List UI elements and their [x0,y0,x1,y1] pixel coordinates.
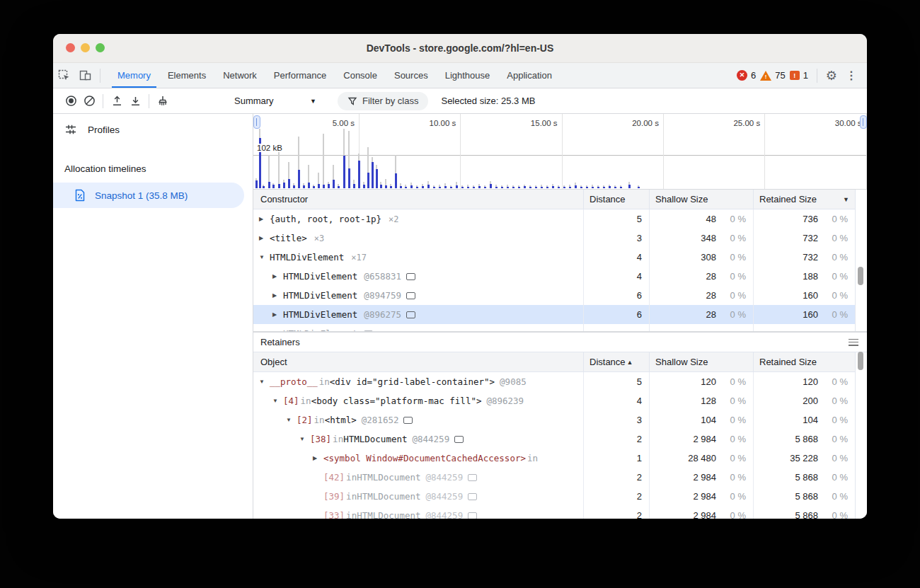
disclosure-expanded-icon[interactable]: ▼ [286,417,297,423]
reveal-in-elements-icon[interactable] [406,273,415,280]
cell-retained-size: 7320 % [753,248,855,267]
column-header-distance[interactable]: Distance [583,190,649,209]
disclosure-collapsed-icon[interactable]: ▶ [313,455,323,461]
warning-badge[interactable]: ! 75 [760,70,785,81]
disclosure-collapsed-icon[interactable]: ▶ [272,292,283,299]
reveal-in-elements-icon[interactable] [468,474,477,481]
reveal-in-elements-icon[interactable] [468,493,477,500]
table-row[interactable]: ▶HTMLDivElement [253,324,856,332]
timeline-bar-live [603,187,605,188]
reveal-in-elements-icon[interactable] [403,417,413,424]
cell-shallow-size: 1280 % [649,391,753,410]
tab-memory[interactable]: Memory [109,63,159,88]
disclosure-expanded-icon[interactable]: ▼ [299,436,310,442]
timeline-bar-live [524,186,526,188]
timeline-bar-live [323,185,325,188]
table-row[interactable]: [33] in HTMLDocument@84425922 9840 %5 86… [253,506,856,519]
table-row[interactable]: ▶{auth, root, root-1p}×25480 %7360 % [253,209,856,229]
tab-network[interactable]: Network [214,63,265,88]
tab-performance[interactable]: Performance [265,63,335,88]
timeline-bar-live [405,187,407,188]
cell-distance: 3 [583,229,649,248]
cell-shallow-size: 280 % [649,305,753,324]
table-row[interactable]: ▼[38] in HTMLDocument@84425922 9840 %5 8… [253,430,856,449]
disclosure-collapsed-icon[interactable]: ▶ [272,311,283,318]
table-row[interactable]: ▶HTMLDivElement@8947596280 %1600 % [253,286,856,305]
column-header-shallow-size[interactable]: Shallow Size [649,190,753,209]
timeline-bar-live [328,184,330,188]
sidebar-item-snapshot[interactable]: Snapshot 1 (35.8 MB) [53,183,244,208]
column-header-retained-size[interactable]: Retained Size▼ [753,190,855,209]
timeline-bar-live [580,187,582,188]
retainers-scrollbar-thumb[interactable] [858,352,863,370]
retainers-title: Retainers [260,337,300,347]
table-row[interactable]: ▶HTMLDivElement@8962756280 %1600 % [253,305,856,324]
column-header-distance[interactable]: Distance▲ [583,352,649,371]
close-button[interactable] [66,43,75,52]
reveal-in-elements-icon[interactable] [454,436,464,443]
reveal-in-elements-icon[interactable] [406,311,415,318]
disclosure-expanded-icon[interactable]: ▼ [259,379,270,385]
timeline-bar-live [620,187,622,188]
column-header-retained-size[interactable]: Retained Size [753,352,855,371]
cell-shallow-size: 2 9840 % [649,487,753,506]
timeline-bar-live [395,173,397,188]
disclosure-collapsed-icon[interactable]: ▶ [259,216,270,222]
tab-console[interactable]: Console [335,63,386,88]
table-row[interactable]: ▼[4] in <body class="platform-mac fill">… [253,391,856,410]
timeline-bar-live [546,187,548,188]
cell-distance: 5 [583,372,649,391]
device-toolbar-icon[interactable] [74,67,96,85]
tab-sources[interactable]: Sources [386,63,437,88]
perspective-select[interactable]: Summary ▼ [231,93,319,108]
disclosure-expanded-icon[interactable]: ▼ [272,398,283,404]
cell-object: ▼[2] in <html>@281652 [253,410,583,430]
table-row[interactable]: ▶<symbol Window#DocumentCachedAccessor> … [253,449,856,468]
cell-distance: 6 [583,305,649,324]
table-row[interactable]: [39] in HTMLDocument@84425922 9840 %5 86… [253,487,856,506]
disclosure-collapsed-icon[interactable]: ▶ [272,273,283,279]
issue-badge[interactable]: ! 1 [790,70,808,81]
range-handle-left[interactable] [253,115,260,129]
reveal-in-elements-icon[interactable] [406,292,415,299]
table-row[interactable]: ▼__proto__ in <div id="grid-label-contai… [253,372,856,391]
column-header-constructor[interactable]: Constructor [253,190,583,209]
cell-object: ▼[4] in <body class="platform-mac fill">… [253,391,583,410]
zoom-button[interactable] [96,43,105,52]
cell-retained-size: 1600 % [753,305,855,324]
load-profile-icon[interactable] [108,92,126,110]
clear-brush-icon[interactable] [154,92,172,110]
tab-elements[interactable]: Elements [159,63,214,88]
reveal-in-elements-icon[interactable] [468,512,477,519]
timeline-tick-label: 30.00 s [811,119,862,127]
minimize-button[interactable] [81,43,90,52]
constructor-scrollbar-thumb[interactable] [858,267,863,285]
timeline-bar-live [614,187,616,188]
table-row[interactable]: ▶<title>×333480 %7320 % [253,229,856,248]
timeline-bar-live [439,187,441,188]
table-row[interactable]: ▼[2] in <html>@28165231040 %1040 % [253,410,856,430]
class-filter-input[interactable]: Filter by class [338,92,428,110]
disclosure-expanded-icon[interactable]: ▼ [259,254,270,260]
save-profile-icon[interactable] [126,92,144,110]
table-row[interactable]: [42] in HTMLDocument@84425922 9840 %5 86… [253,468,856,487]
tab-lighthouse[interactable]: Lighthouse [437,63,499,88]
cell-object: ▶HTMLDivElement@658831 [253,267,583,286]
record-heap-button[interactable] [62,92,80,110]
inspect-element-icon[interactable] [53,67,74,85]
column-header-shallow-size[interactable]: Shallow Size [649,352,753,371]
more-options-icon[interactable]: ⋮ [841,69,861,82]
clear-profiles-icon[interactable] [80,92,98,110]
range-handle-right[interactable] [860,115,867,129]
error-badge[interactable]: ✕ 6 [737,70,756,81]
table-row[interactable]: ▼HTMLDivElement×1743080 %7320 % [253,248,856,267]
retainers-menu-icon[interactable] [849,339,858,346]
allocation-timeline-chart[interactable]: 102 kB 5.00 s10.00 s15.00 s20.00 s25.00 … [253,114,867,190]
sidebar-item-profiles[interactable]: Profiles [53,114,253,145]
tab-application[interactable]: Application [498,63,560,88]
timeline-bar-live [338,186,340,188]
table-row[interactable]: ▶HTMLDivElement@6588314280 %1880 % [253,267,856,286]
disclosure-collapsed-icon[interactable]: ▶ [259,235,270,241]
settings-gear-icon[interactable]: ⚙ [826,69,837,82]
column-header-object[interactable]: Object [253,352,583,371]
